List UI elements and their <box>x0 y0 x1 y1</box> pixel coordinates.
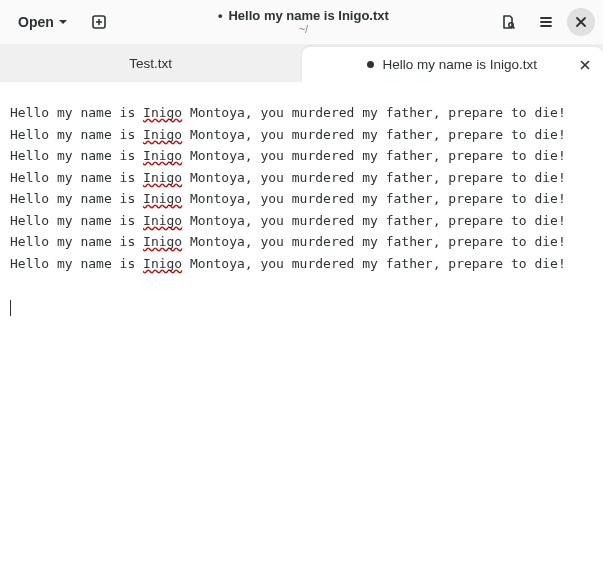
misspelled-word: Inigo <box>143 191 182 206</box>
close-window-button[interactable] <box>567 8 595 36</box>
open-button[interactable]: Open <box>8 8 78 36</box>
svg-point-3 <box>509 23 513 27</box>
editor-line: Hello my name is Inigo Montoya, you murd… <box>10 188 593 210</box>
text-cursor <box>10 300 11 316</box>
tab-test[interactable]: Test.txt <box>0 44 302 82</box>
misspelled-word: Inigo <box>143 234 182 249</box>
tab-bar: Test.txt Hello my name is Inigo.txt <box>0 44 603 82</box>
misspelled-word: Inigo <box>143 127 182 142</box>
tab-label: Hello my name is Inigo.txt <box>382 57 537 72</box>
editor-line: Hello my name is Inigo Montoya, you murd… <box>10 231 593 253</box>
editor-window: Open • Hello my name is Inigo.txt ~/ <box>0 0 603 576</box>
title-block: • Hello my name is Inigo.txt ~/ <box>120 9 487 35</box>
editor-line: Hello my name is Inigo Montoya, you murd… <box>10 145 593 167</box>
header-bar: Open • Hello my name is Inigo.txt ~/ <box>0 0 603 44</box>
editor-cursor-line <box>10 296 593 320</box>
window-title: Hello my name is Inigo.txt <box>228 9 388 23</box>
tab-inigo[interactable]: Hello my name is Inigo.txt <box>302 47 604 82</box>
misspelled-word: Inigo <box>143 148 182 163</box>
misspelled-word: Inigo <box>143 256 182 271</box>
editor-line: Hello my name is Inigo Montoya, you murd… <box>10 167 593 189</box>
misspelled-word: Inigo <box>143 170 182 185</box>
editor-line: Hello my name is Inigo Montoya, you murd… <box>10 210 593 232</box>
tab-close-button[interactable] <box>575 55 595 75</box>
chevron-down-icon <box>58 17 68 27</box>
new-tab-icon <box>91 14 107 30</box>
menu-button[interactable] <box>529 5 563 39</box>
tab-modified-dot <box>367 61 374 68</box>
text-editor[interactable]: Hello my name is Inigo Montoya, you murd… <box>0 82 603 576</box>
tab-label: Test.txt <box>129 56 172 71</box>
document-panel-button[interactable] <box>491 5 525 39</box>
editor-line <box>10 274 593 296</box>
document-panel-icon <box>500 14 516 30</box>
misspelled-word: Inigo <box>143 105 182 120</box>
window-subtitle: ~/ <box>299 23 308 35</box>
hamburger-icon <box>538 14 554 30</box>
editor-line: Hello my name is Inigo Montoya, you murd… <box>10 253 593 275</box>
close-icon <box>575 16 587 28</box>
title-modified-dot: • <box>218 9 223 23</box>
open-button-label: Open <box>18 14 54 30</box>
misspelled-word: Inigo <box>143 213 182 228</box>
editor-line: Hello my name is Inigo Montoya, you murd… <box>10 124 593 146</box>
editor-line: Hello my name is Inigo Montoya, you murd… <box>10 102 593 124</box>
svg-line-4 <box>513 27 515 29</box>
new-tab-button[interactable] <box>82 5 116 39</box>
